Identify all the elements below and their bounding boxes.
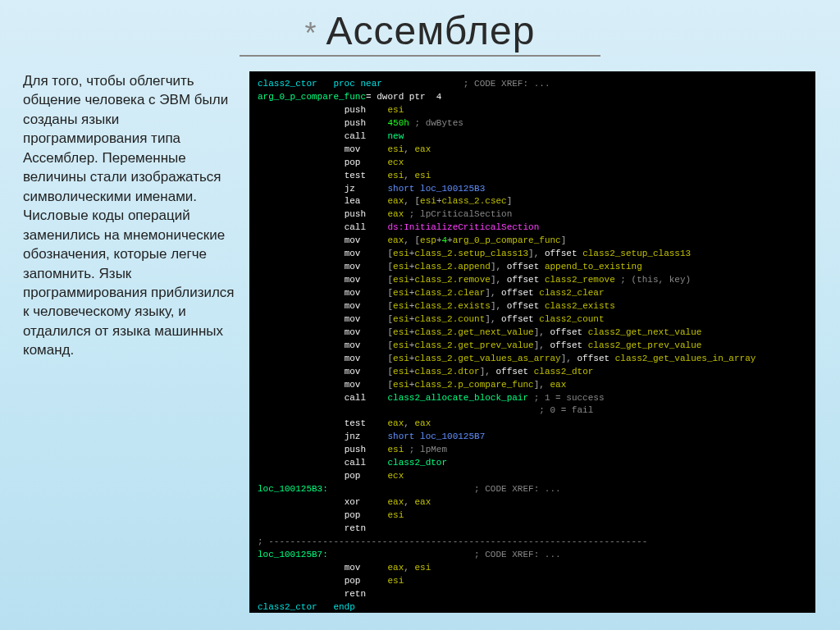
- body-paragraph: Для того, чтобы облегчить общение челове…: [23, 71, 236, 613]
- slide-body: Для того, чтобы облегчить общение челове…: [0, 57, 840, 613]
- asm-listing: class2_ctor proc near ; CODE XREF: ...ar…: [249, 71, 815, 613]
- page-title: Ассемблер: [0, 0, 840, 53]
